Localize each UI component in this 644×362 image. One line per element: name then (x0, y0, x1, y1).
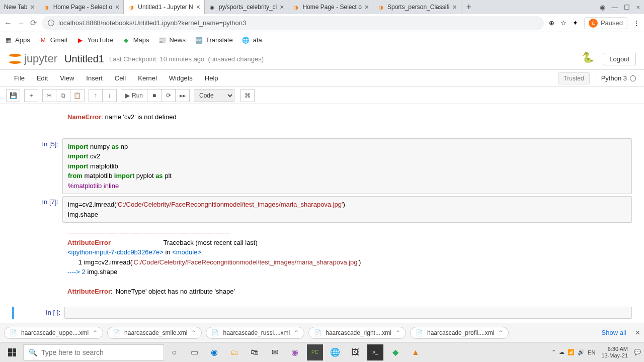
bookmark-apps[interactable]: ▦Apps (4, 36, 30, 44)
chevron-up-icon[interactable]: ⌃ (191, 329, 196, 336)
star-icon[interactable]: ☆ (560, 19, 567, 27)
code-cell-selected[interactable]: In [ ]: (12, 307, 632, 319)
close-icon[interactable]: × (452, 3, 456, 11)
code-input[interactable]: img=cv2.imread('C:/Code/Celebrity/FaceRe… (62, 196, 632, 223)
clock[interactable]: 6:30 AM 13-May-21 (598, 346, 631, 358)
volume-icon[interactable]: 🔊 (578, 349, 585, 355)
vlc-icon[interactable]: ▲ (408, 344, 424, 360)
menu-help[interactable]: Help (199, 71, 224, 85)
menu-cell[interactable]: Cell (109, 71, 132, 85)
code-cell[interactable]: In [7]: img=cv2.imread('C:/Code/Celebrit… (12, 196, 632, 223)
download-item[interactable]: 📄haarcascade_profil....xml⌃ (410, 327, 509, 339)
chevron-up-icon[interactable]: ⌃ (551, 349, 556, 355)
download-item[interactable]: 📄haarcascade_russi....xml⌃ (206, 327, 304, 339)
new-tab-button[interactable]: + (461, 2, 477, 13)
forward-icon[interactable]: → (17, 19, 25, 28)
copy-button[interactable]: ⧉ (56, 89, 70, 102)
pycharm-icon[interactable]: PC (307, 344, 323, 360)
app-icon[interactable]: ◆ (387, 344, 404, 360)
cell-type-select[interactable]: Code (194, 89, 234, 102)
logout-button[interactable]: Logout (603, 53, 636, 65)
close-icon[interactable]: × (635, 328, 640, 337)
menu-widgets[interactable]: Widgets (163, 71, 199, 85)
bookmark-translate[interactable]: 🔤Translate (195, 36, 233, 44)
start-button[interactable] (3, 343, 21, 361)
close-icon[interactable]: × (115, 3, 119, 11)
bookmark-youtube[interactable]: ▶YouTube (76, 36, 113, 44)
download-item[interactable]: 📄haarcascade_uppe....xml⌃ (4, 327, 103, 339)
command-palette-button[interactable]: ⌘ (240, 89, 255, 102)
explorer-icon[interactable]: 🗂 (226, 344, 243, 360)
browser-tab[interactable]: ◉py/sports_celebrity_cl× (205, 0, 289, 14)
menu-edit[interactable]: Edit (31, 71, 54, 85)
move-down-button[interactable]: ↓ (103, 89, 117, 102)
onedrive-icon[interactable]: ☁ (559, 349, 565, 355)
chevron-up-icon[interactable]: ⌃ (498, 329, 503, 336)
browser-tab[interactable]: New Tab× (0, 0, 39, 14)
account-icon[interactable]: ◉ (600, 4, 605, 11)
wifi-icon[interactable]: 📶 (568, 349, 575, 355)
extensions-icon[interactable]: ✦ (573, 19, 578, 27)
kernel-indicator[interactable]: Python 3 (596, 74, 636, 82)
code-input[interactable]: import numpy as np import cv2 import mat… (62, 138, 632, 195)
run-button[interactable]: ▶ Run (121, 89, 147, 102)
browser-tab[interactable]: ◑Home Page - Select o× (39, 0, 124, 14)
close-icon[interactable]: × (30, 3, 34, 11)
minimize-icon[interactable]: — (611, 4, 618, 11)
chevron-up-icon[interactable]: ⌃ (93, 329, 98, 336)
bookmark-gmail[interactable]: MGmail (39, 36, 67, 44)
notebook-title[interactable]: Untitled1 (64, 53, 104, 65)
close-icon[interactable]: × (280, 3, 284, 11)
add-cell-button[interactable]: + (24, 89, 38, 102)
chevron-up-icon[interactable]: ⌃ (294, 329, 299, 336)
chevron-up-icon[interactable]: ⌃ (395, 329, 400, 336)
download-item[interactable]: 📄haarcascade_right....xml⌃ (308, 327, 406, 339)
close-icon[interactable]: × (365, 3, 369, 11)
jupyter-logo[interactable]: jupyter (8, 52, 57, 66)
bookmark-ata[interactable]: 🌐ata (242, 36, 262, 44)
restart-button[interactable]: ⟳ (162, 89, 176, 102)
code-input[interactable] (64, 307, 632, 319)
code-cell[interactable]: In [5]: import numpy as np import cv2 im… (12, 138, 632, 195)
store-icon[interactable]: 🛍 (247, 344, 263, 360)
browser-tab[interactable]: ◑Home Page - Select o× (288, 0, 373, 14)
photos-icon[interactable]: 🖼 (347, 344, 363, 360)
language-icon[interactable]: EN (588, 349, 595, 355)
app-icon[interactable]: ◉ (287, 344, 303, 360)
browser-tab-active[interactable]: ◑Untitled1 - Jupyter N× (124, 0, 205, 14)
menu-file[interactable]: File (8, 71, 31, 85)
notifications-icon[interactable]: 💬 (634, 349, 641, 355)
window-close-icon[interactable]: × (636, 4, 640, 11)
menu-view[interactable]: View (54, 71, 80, 85)
zoom-icon[interactable]: ⊕ (549, 19, 554, 27)
edge-icon[interactable]: ◉ (206, 344, 222, 360)
maximize-icon[interactable]: ☐ (624, 4, 630, 11)
menu-kernel[interactable]: Kernel (132, 71, 163, 85)
mail-icon[interactable]: ✉ (267, 344, 283, 360)
profile-paused-chip[interactable]: a Paused (584, 17, 627, 29)
move-up-button[interactable]: ↑ (89, 89, 103, 102)
back-icon[interactable]: ← (4, 19, 12, 28)
download-item[interactable]: 📄haarcascade_smile.xml⌃ (107, 327, 202, 339)
menu-icon[interactable]: ⋮ (633, 19, 640, 27)
trusted-badge[interactable]: Trusted (558, 72, 589, 84)
cortana-icon[interactable]: ○ (166, 344, 182, 360)
reload-icon[interactable]: ⟳ (30, 18, 37, 28)
cut-button[interactable]: ✂ (42, 89, 56, 102)
bookmark-news[interactable]: 📰News (158, 36, 186, 44)
interrupt-button[interactable]: ■ (147, 89, 162, 102)
close-icon[interactable]: × (196, 3, 200, 11)
url-input[interactable]: ⓘ localhost:8888/notebooks/Untitled1.ipy… (42, 16, 544, 30)
bookmark-maps[interactable]: ◆Maps (122, 36, 149, 44)
task-view-icon[interactable]: ▭ (186, 344, 202, 360)
restart-run-all-button[interactable]: ▸▸ (176, 89, 190, 102)
show-all-button[interactable]: Show all (602, 329, 626, 336)
browser-tab[interactable]: ◑Sports_person_Classifi× (373, 0, 461, 14)
save-button[interactable]: 💾 (6, 89, 20, 102)
menu-insert[interactable]: Insert (80, 71, 109, 85)
notebook-area[interactable]: NameError: name 'cv2' is not defined In … (0, 104, 644, 319)
chrome-icon[interactable]: 🌐 (327, 344, 343, 360)
paste-button[interactable]: 📋 (70, 89, 85, 102)
taskbar-search[interactable]: 🔍 Type here to search (23, 344, 164, 360)
terminal-icon[interactable]: >_ (367, 344, 383, 360)
